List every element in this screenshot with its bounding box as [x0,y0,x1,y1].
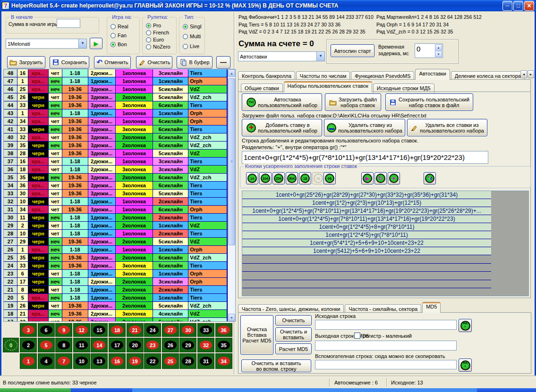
set-list-item[interactable]: 1cent+0+gr(1*2*4*5)+gr(7*8*10*11)+gr(13*… [242,207,528,215]
board-cell-16[interactable]: 16 [109,353,126,369]
radio-option-Fan[interactable]: Fan [111,33,138,38]
tab-scroll-left-icon[interactable]: ◄ [520,70,527,78]
play-button[interactable]: ▶ [90,38,102,49]
radio-option-Live[interactable]: Live [183,43,204,49]
set-list-item[interactable]: 1cent+0+gr(1*2*4*5)+gr(7*8*10*11)+gr(13*… [242,215,528,223]
set-list-item[interactable]: 1cent+gr(5412)+5+6+9+10+10cent+23+22 [242,247,528,255]
board-cell-24[interactable]: 24 [144,323,161,337]
bottom-tab-2[interactable]: MD5 [422,302,441,313]
spinner-up-icon[interactable]: ▲ [435,44,442,50]
delete-stake-button[interactable]: ▬ Удалить ставку из пользовательского на… [324,119,405,136]
md5-clear-paste-aux-button[interactable]: Очистить и вставить во вспом. строку [241,359,311,372]
load-set-file-button[interactable]: Загрузить файл набора ставок [325,93,381,111]
quick-action-button-scatter-icon[interactable] [424,172,436,184]
board-cell-19[interactable]: 19 [127,353,144,369]
taskbar-app-button[interactable] [132,388,477,392]
md5-aux-calc-button[interactable]: МД5 [459,359,472,372]
collapse-button[interactable]: — [216,56,230,68]
quick-coin-button-10¢[interactable]: 10¢ [259,172,272,184]
set-list-item[interactable]: 1cent+0+gr(1*2*4*5)+8+gr(7*8*10*11) [242,223,528,231]
md5-clear-paste-button[interactable]: Очистить и вставить [275,327,312,342]
quick-coin-button-50¢[interactable]: 50¢ [286,172,298,184]
radio-option-Pro[interactable]: Pro [146,23,175,28]
md5-calc-button[interactable]: Расчет MD5 [275,343,312,354]
table-scrollbar[interactable]: ▲ ≡ ▼ [228,69,235,321]
md5-source-calc-button[interactable]: МД5 [459,319,472,332]
start-button[interactable] [0,388,71,392]
autostake-user-set-button[interactable]: ПН Автоставка пользовательский набор [242,93,322,111]
lowercase-checkbox[interactable] [354,333,360,339]
radio-option-NoZero[interactable]: NoZero [146,44,175,50]
board-cell-8[interactable]: 8 [55,338,72,352]
board-cell-13[interactable]: 13 [91,353,108,369]
board-cell-28[interactable]: 28 [179,353,196,369]
set-list-item[interactable]: 1cent+gr(5*4*1*2)+5+6+9+10+10cent+23+22 [242,239,528,247]
mode-combo[interactable]: Автоставки ▼ [238,51,325,61]
sub-tab-1[interactable]: Наборы пользовательских ставок [284,81,372,92]
board-cell-32[interactable]: 32 [197,338,214,352]
stake-string-input[interactable] [242,151,488,164]
quick-action-button-refresh-icon[interactable]: ↻ [374,172,387,184]
radio-option-Bon[interactable]: Bon [111,42,138,47]
load-button[interactable]: Загрузить [7,56,45,68]
chevron-down-icon[interactable]: ▼ [78,39,86,48]
board-cell-21[interactable]: 21 [127,323,144,337]
board-cell-18[interactable]: 18 [109,323,126,337]
preset-combo[interactable]: 1Melonati ▼ [6,39,87,49]
quick-coin-button-25¢[interactable]: 25¢ [272,172,285,184]
board-cell-15[interactable]: 15 [91,323,108,337]
board-cell-11[interactable]: 11 [73,338,90,352]
board-cell-2[interactable]: 2 [20,338,37,352]
board-cell-14[interactable]: 14 [91,338,108,352]
radio-option-French[interactable]: French [146,30,175,35]
set-list-item[interactable]: 1cent+0+gr(25*26)+gr(28*29)+gr(27*30)+gr… [242,191,528,199]
radio-option-Singl[interactable]: Singl [183,24,204,29]
board-cell-36[interactable]: 36 [215,323,232,337]
board-cell-23[interactable]: 23 [144,338,161,352]
quick-action-button-heart-icon[interactable]: ♥ [388,172,400,184]
main-tab-3[interactable]: Автоставки [415,69,450,80]
board-cell-34[interactable]: 34 [215,353,232,369]
board-cell-12[interactable]: 12 [73,323,90,337]
delete-all-stakes-button[interactable]: Удалить все ставки из пользовательского … [407,119,487,136]
close-button[interactable]: ✕ [524,1,534,11]
quick-coin-button-0$[interactable]: 0$ [323,172,336,184]
md5-source-input[interactable] [315,320,457,330]
board-cell-35[interactable]: 35 [215,338,232,352]
board-cell-20[interactable]: 20 [127,338,144,352]
spinner-down-icon[interactable]: ▼ [435,51,442,57]
md5-clear-button[interactable]: Очистить [275,315,312,325]
quick-action-button-play-icon[interactable]: ▶ [361,172,374,184]
board-cell-1[interactable]: 1 [20,353,37,369]
radio-option-Euro[interactable]: Euro [146,37,175,42]
board-cell-5[interactable]: 5 [38,338,55,352]
set-list-item[interactable]: 1cent+gr(1*2*4*5)+gr(7*8*10*11) [242,231,528,239]
board-cell-9[interactable]: 9 [55,323,72,337]
board-cell-30[interactable]: 30 [179,323,196,337]
board-cell-29[interactable]: 29 [179,338,196,352]
quick-coin-button-1$[interactable]: 1$ [299,172,311,184]
board-cell-6[interactable]: 6 [38,323,55,337]
maximize-button[interactable]: □ [513,1,523,11]
board-cell-4[interactable]: 4 [38,353,55,369]
undo-button[interactable]: ↶Отменить [94,56,131,68]
minimize-button[interactable]: ─ [502,1,512,11]
radio-option-Multi[interactable]: Multi [183,33,204,39]
set-list-item[interactable]: 1cent+gr(1*2)+gr(2*3)+gr(10*13)+gr(12*15… [242,199,528,207]
board-cell-26[interactable]: 26 [162,338,179,352]
quick-coin-button-1¢[interactable]: 1¢ [246,172,258,184]
md5-aux-input[interactable] [315,360,457,369]
scroll-up-icon[interactable]: ▲ [228,69,235,77]
add-stake-button[interactable]: ✚ Добавить ставку в пользовательский наб… [242,119,322,136]
windows-taskbar[interactable] [0,388,536,392]
md5-output-input[interactable] [315,341,457,350]
md5-clear-paste-calc-button[interactable]: Очистка Вставка Расчет MD5 [240,315,273,355]
start-sum-input[interactable] [57,19,80,28]
scrollbar-thumb[interactable]: ≡ [228,78,235,245]
board-cell-7[interactable]: 7 [55,353,72,369]
board-cell-10[interactable]: 10 [73,353,90,369]
board-cell-3[interactable]: 3 [20,323,37,337]
delay-spinner[interactable]: 0 ▲ ▼ [415,43,443,58]
board-cell-22[interactable]: 22 [144,353,161,369]
board-cell-27[interactable]: 27 [162,323,179,337]
